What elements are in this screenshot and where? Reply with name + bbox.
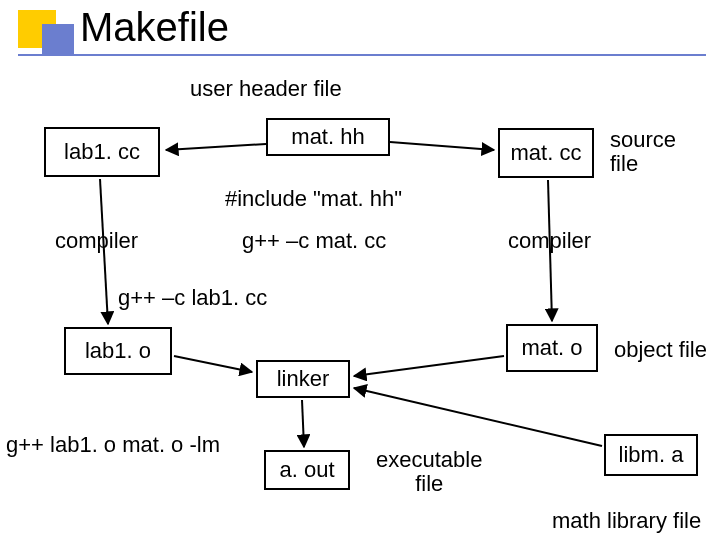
arrow-lab1o-to-linker: [174, 356, 252, 372]
arrow-mato-to-linker: [354, 356, 504, 376]
arrow-libm-to-linker: [354, 388, 602, 446]
arrow-matcc-to-mato: [548, 180, 552, 321]
arrow-linker-to-aout: [302, 400, 304, 447]
arrow-lab1cc-to-lab1o: [100, 179, 108, 324]
arrows-layer: [0, 0, 720, 540]
arrow-hh-to-lab1cc: [166, 144, 266, 150]
arrow-hh-to-matcc: [390, 142, 494, 150]
